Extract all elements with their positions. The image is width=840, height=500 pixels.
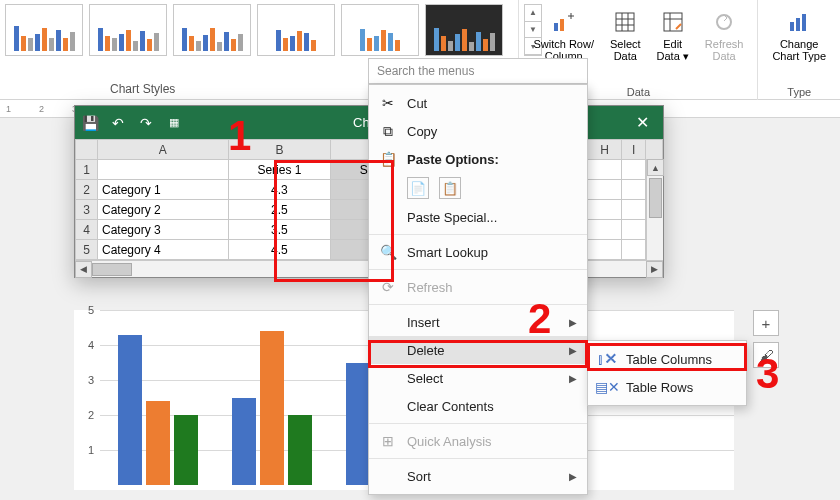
paste-option-icon[interactable]: 📄 [407,177,429,199]
cell[interactable]: Category 2 [98,200,229,220]
quick-access-toolbar: 💾 ↶ ↷ ▦ [81,114,183,132]
cell[interactable]: 4.3 [228,180,330,200]
scroll-thumb[interactable] [92,263,132,276]
chart-bar[interactable] [260,331,284,485]
chart-bar[interactable] [232,398,256,486]
row-header[interactable]: 5 [76,240,98,260]
type-group: Change Chart Type Type [757,0,840,100]
edit-data-button[interactable]: Edit Data ▾ [653,6,693,64]
chart-type-icon [785,8,813,36]
scroll-right-icon[interactable]: ▶ [646,261,663,278]
search-placeholder: Search the menus [377,64,474,78]
refresh-data-button: Refresh Data [701,6,748,64]
chart-elements-button[interactable]: + [753,310,779,336]
refresh-icon [710,8,738,36]
svg-rect-11 [790,22,794,31]
insert-menu-item[interactable]: Insert▶ [369,308,587,336]
scroll-thumb[interactable] [649,178,662,218]
close-button[interactable]: ✕ [628,113,657,132]
chart-bar[interactable] [146,401,170,485]
submenu-arrow-icon: ▶ [569,317,577,328]
cut-icon: ✂ [379,95,397,111]
type-group-label: Type [787,86,811,98]
chart-bar[interactable] [174,415,198,485]
chart-style-thumb[interactable] [5,4,83,56]
row-header[interactable]: 1 [76,160,98,180]
svg-point-10 [717,15,731,29]
table-rows-menu-item[interactable]: ▤✕Table Rows [588,373,746,401]
paste-options-row: 📄 📋 [369,173,587,203]
chart-bar[interactable] [118,335,142,486]
bar-group [232,331,312,485]
delete-menu-item[interactable]: Delete▶ [369,336,587,364]
copy-menu-item[interactable]: ⧉Copy [369,117,587,145]
submenu-arrow-icon: ▶ [569,471,577,482]
clear-contents-menu-item[interactable]: Clear Contents [369,392,587,420]
submenu-arrow-icon: ▶ [569,345,577,356]
refresh-menu-item: ⟳Refresh [369,273,587,301]
chart-style-thumb[interactable] [341,4,419,56]
cut-menu-item[interactable]: ✂Cut [369,89,587,117]
chart-styles-button[interactable]: 🖌 [753,342,779,368]
svg-rect-12 [796,18,800,31]
chart-styles-gallery [5,4,503,56]
vertical-scrollbar[interactable]: ▲ [646,159,663,260]
select-data-button[interactable]: Select Data [606,6,645,64]
chart-bar[interactable] [288,415,312,485]
column-header[interactable] [76,140,98,160]
cell[interactable]: Series 1 [228,160,330,180]
svg-rect-13 [802,14,806,31]
bar-group [118,335,198,486]
chart-style-thumb[interactable] [173,4,251,56]
select-menu-item[interactable]: Select▶ [369,364,587,392]
svg-rect-0 [554,23,558,31]
quick-analysis-menu-item: ⊞Quick Analysis [369,427,587,455]
cell[interactable]: 4.5 [228,240,330,260]
grid-icon [611,8,639,36]
undo-icon[interactable]: ↶ [109,114,127,132]
submenu-arrow-icon: ▶ [569,373,577,384]
cell[interactable]: Category 3 [98,220,229,240]
chart-style-thumb[interactable] [425,4,503,56]
lookup-icon: 🔍 [379,244,397,260]
save-icon[interactable]: 💾 [81,114,99,132]
edit-data-icon [659,8,687,36]
cell[interactable]: 2.5 [228,200,330,220]
chart-bar[interactable] [346,363,370,486]
paste-option-icon[interactable]: 📋 [439,177,461,199]
sort-menu-item[interactable]: Sort▶ [369,462,587,490]
delete-column-icon: ⫿✕ [598,351,616,367]
column-header[interactable]: A [98,140,229,160]
chart-element-buttons: + 🖌 [753,310,779,368]
switch-icon [550,8,578,36]
row-header[interactable]: 2 [76,180,98,200]
smart-lookup-menu-item[interactable]: 🔍Smart Lookup [369,238,587,266]
data-group-label: Data [627,86,650,98]
paste-special-menu-item[interactable]: Paste Special... [369,203,587,231]
change-chart-type-button[interactable]: Change Chart Type [768,6,830,64]
redo-icon[interactable]: ↷ [137,114,155,132]
cell[interactable]: 3.5 [228,220,330,240]
customize-qat-icon[interactable]: ▦ [165,114,183,132]
menu-search-input[interactable]: Search the menus [368,58,588,84]
paste-options-label: 📋Paste Options: [369,145,587,173]
paste-icon: 📋 [379,151,397,167]
cell[interactable]: Category 4 [98,240,229,260]
analysis-icon: ⊞ [379,433,397,449]
svg-rect-1 [560,19,564,31]
row-header[interactable]: 3 [76,200,98,220]
chart-style-thumb[interactable] [257,4,335,56]
cell[interactable] [98,160,229,180]
chart-style-thumb[interactable] [89,4,167,56]
column-header[interactable]: B [228,140,330,160]
delete-row-icon: ▤✕ [598,379,616,395]
row-header[interactable]: 4 [76,220,98,240]
refresh-icon: ⟳ [379,279,397,295]
scroll-left-icon[interactable]: ◀ [75,261,92,278]
scroll-up-icon[interactable]: ▲ [647,159,664,176]
cell[interactable]: Category 1 [98,180,229,200]
table-columns-menu-item[interactable]: ⫿✕Table Columns [588,345,746,373]
chart-styles-group-label: Chart Styles [110,82,175,96]
svg-rect-2 [616,13,634,31]
switch-row-column-button[interactable]: Switch Row/ Column [529,6,598,64]
